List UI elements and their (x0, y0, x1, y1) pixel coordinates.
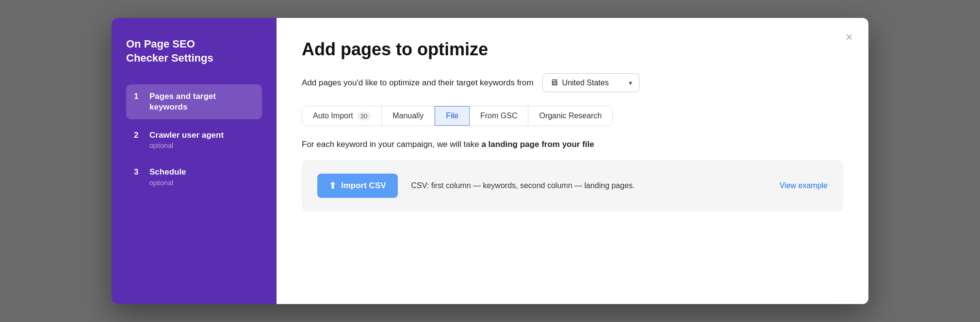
sidebar-item-sublabel-3: optional (149, 179, 186, 187)
country-label: United States (562, 79, 609, 87)
subtitle-row: Add pages you'd like to optimize and the… (302, 73, 843, 92)
tab-organic-research[interactable]: Organic Research (528, 106, 612, 126)
sidebar-item-text-3: Schedule optional (149, 167, 186, 186)
sidebar-title: On Page SEOChecker Settings (126, 37, 262, 65)
description-text-before: For each keyword in your campaign, we wi… (302, 140, 481, 149)
country-select[interactable]: 🖥 United States ▾ (542, 73, 639, 92)
description: For each keyword in your campaign, we wi… (302, 140, 843, 149)
sidebar-item-label-3: Schedule (149, 167, 186, 177)
description-bold: a landing page from your file (481, 140, 594, 149)
close-button[interactable]: × (844, 29, 855, 45)
tab-organic-research-label: Organic Research (539, 112, 602, 120)
sidebar-item-number-3: 3 (134, 167, 143, 177)
tab-auto-import-badge: 30 (357, 112, 371, 120)
import-description: CSV: first column — keywords, second col… (411, 179, 766, 192)
modal-title: Add pages to optimize (302, 39, 843, 60)
modal: On Page SEOChecker Settings 1 Pages and … (112, 18, 868, 304)
tab-manually[interactable]: Manually (382, 106, 435, 126)
chevron-down-icon: ▾ (629, 79, 632, 87)
import-btn-label: Import CSV (341, 181, 386, 191)
modal-overlay: On Page SEOChecker Settings 1 Pages and … (0, 0, 980, 322)
sidebar-item-crawler[interactable]: 2 Crawler user agent optional (126, 123, 262, 156)
tab-file-label: File (446, 112, 458, 120)
import-box: ⬆ Import CSV CSV: first column — keyword… (302, 160, 843, 211)
tab-file[interactable]: File (435, 106, 470, 126)
upload-icon: ⬆ (329, 180, 336, 191)
tab-auto-import[interactable]: Auto Import 30 (302, 106, 382, 126)
tabs-row: Auto Import 30 Manually File From GSC Or… (302, 106, 613, 126)
tab-auto-import-label: Auto Import (313, 112, 353, 120)
sidebar-item-sublabel-2: optional (149, 142, 224, 149)
tab-manually-label: Manually (392, 112, 424, 120)
view-example-link[interactable]: View example (780, 181, 828, 190)
sidebar-item-text-2: Crawler user agent optional (149, 130, 224, 149)
main-content: × Add pages to optimize Add pages you'd … (277, 18, 868, 304)
monitor-icon: 🖥 (550, 78, 558, 88)
subtitle-text: Add pages you'd like to optimize and the… (302, 78, 534, 88)
sidebar-item-label-1: Pages and target keywords (149, 91, 254, 113)
sidebar-item-label-2: Crawler user agent (149, 130, 224, 141)
sidebar-item-pages[interactable]: 1 Pages and target keywords (126, 84, 262, 119)
tab-from-gsc-label: From GSC (480, 112, 517, 120)
import-csv-button[interactable]: ⬆ Import CSV (317, 174, 398, 198)
sidebar-item-text-1: Pages and target keywords (149, 91, 254, 113)
sidebar: On Page SEOChecker Settings 1 Pages and … (112, 18, 277, 304)
sidebar-item-schedule[interactable]: 3 Schedule optional (126, 160, 262, 193)
sidebar-item-number-2: 2 (134, 130, 143, 140)
sidebar-item-number-1: 1 (134, 91, 143, 101)
tab-from-gsc[interactable]: From GSC (470, 106, 528, 126)
